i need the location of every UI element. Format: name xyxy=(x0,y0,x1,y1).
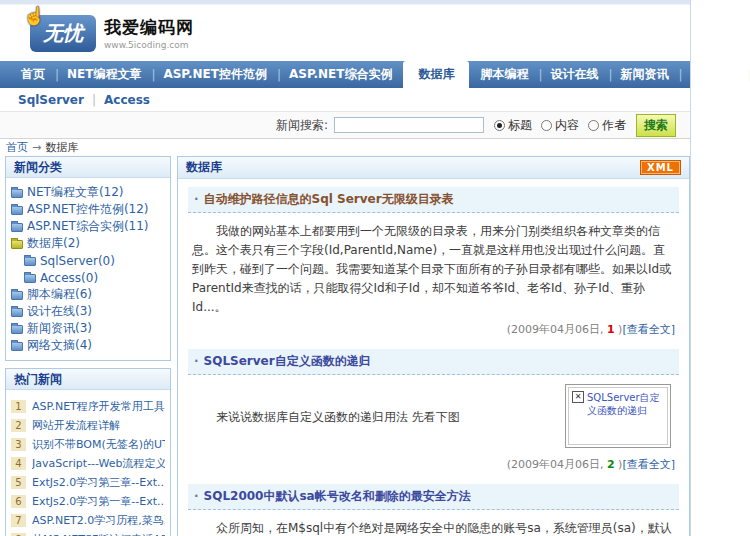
nav-item[interactable]: ASP.NET控件范例 xyxy=(152,61,278,88)
hot-news-label: ASP.NET程序开发常用工具 xyxy=(32,399,165,414)
article-title-link[interactable]: SQLServer自定义函数的递归 xyxy=(188,349,679,375)
article-item: SQL2000中默认sa帐号改名和删除的最安全方法 众所周知，在M$sql中有个… xyxy=(188,484,679,536)
category-label: 设计在线(3) xyxy=(27,303,92,320)
hot-news-panel: 热门新闻 1 ASP.NET程序开发常用工具 2 网站开发流程详解 3 识别不带… xyxy=(5,368,171,536)
nav-item[interactable]: 新闻资讯 xyxy=(609,61,679,88)
rank-badge: 4 xyxy=(11,457,26,470)
content-area: 新闻分类 NET编程文章(12) ASP.NET控件范例(12) ASP.NET… xyxy=(0,156,690,536)
radio-icon[interactable] xyxy=(541,120,552,131)
hot-news-label: ExtJs2.0学习第一章--Ext.... xyxy=(32,494,165,509)
read-more-link[interactable]: [查看全文] xyxy=(622,458,675,471)
article-meta: (2009年04月06日, 2 )[查看全文] xyxy=(188,454,679,478)
nav-item[interactable]: 脚本编程 xyxy=(469,61,539,88)
hot-news-item[interactable]: 8 从MS.NETCF版访问电话API完... xyxy=(11,530,165,536)
rank-badge: 1 xyxy=(11,400,26,413)
search-option-label: 标题 xyxy=(508,117,532,134)
article-thumbnail[interactable]: ✕ SQLServer自定义函数的递归 xyxy=(565,384,671,448)
hot-news-item[interactable]: 1 ASP.NET程序开发常用工具 xyxy=(11,397,165,416)
breadcrumb-current: 数据库 xyxy=(45,140,78,155)
breadcrumb-home-link[interactable]: 首页 xyxy=(6,140,28,155)
category-label: 网络文摘(4) xyxy=(27,337,92,354)
category-item[interactable]: ASP.NET控件范例(12) xyxy=(11,201,165,218)
article-list: 自动维护路径信息的Sql Server无限级目录表 我做的网站基本上都要用到一个… xyxy=(178,179,689,536)
category-item[interactable]: SqlServer(0) xyxy=(24,252,165,269)
category-label: SqlServer(0) xyxy=(40,254,115,268)
radio-icon[interactable] xyxy=(588,120,599,131)
article-date: (2009年04月06日, xyxy=(507,323,607,336)
hot-news-item[interactable]: 4 JavaScript---Web流程定义... xyxy=(11,454,165,473)
article-meta: (2009年04月06日, 1 )[查看全文] xyxy=(188,319,679,343)
site-name: 我爱编码网 xyxy=(104,16,194,39)
subnav-item[interactable]: Access xyxy=(104,93,166,107)
category-label: 新闻资讯(3) xyxy=(27,320,92,337)
category-item[interactable]: 新闻资讯(3) xyxy=(11,320,165,337)
search-options: 标题 内容 作者 xyxy=(494,117,626,134)
article-item: SQLServer自定义函数的递归 ✕ SQLServer自定义函数的递归 来说… xyxy=(188,349,679,478)
category-label: 脚本编程(6) xyxy=(27,286,92,303)
category-item[interactable]: NET编程文章(12) xyxy=(11,184,165,201)
page-container: ☝ 无忧 我爱编码网 www.5icoding.com 首页NET编程文章ASP… xyxy=(0,0,691,536)
article-count: 1 xyxy=(607,323,615,336)
nav-item[interactable]: 网络文摘 xyxy=(679,61,749,88)
search-option[interactable]: 内容 xyxy=(541,117,579,134)
hot-news-list: 1 ASP.NET程序开发常用工具 2 网站开发流程详解 3 识别不带BOM(无… xyxy=(6,390,170,536)
site-logo[interactable]: ☝ 无忧 xyxy=(30,15,96,52)
folder-icon xyxy=(24,274,36,283)
article-body: 我做的网站基本上都要用到一个无限级的目录表，用来分门别类组织各种文章类的信息。这… xyxy=(188,213,679,319)
folder-icon xyxy=(11,325,23,334)
thumbnail-alt-text: SQLServer自定义函数的递归 xyxy=(587,391,664,417)
hot-news-label: JavaScript---Web流程定义... xyxy=(32,456,165,471)
category-item[interactable]: 脚本编程(6) xyxy=(11,286,165,303)
search-label: 新闻搜索: xyxy=(276,117,328,134)
folder-icon xyxy=(11,206,23,215)
folder-icon xyxy=(11,240,23,249)
search-option[interactable]: 作者 xyxy=(588,117,626,134)
hot-news-item[interactable]: 5 ExtJs2.0学习第三章--Ext.... xyxy=(11,473,165,492)
broken-image-placeholder: ✕ SQLServer自定义函数的递归 xyxy=(568,387,668,445)
hot-news-item[interactable]: 6 ExtJs2.0学习第一章--Ext.... xyxy=(11,492,165,511)
category-item[interactable]: 数据库(2) xyxy=(11,235,165,252)
search-input[interactable] xyxy=(334,117,484,133)
article-excerpt: 我做的网站基本上都要用到一个无限级的目录表，用来分门别类组织各种文章类的信息。这… xyxy=(192,222,675,317)
nav-item[interactable]: 首页 xyxy=(10,61,56,88)
search-option[interactable]: 标题 xyxy=(494,117,532,134)
category-item[interactable]: 设计在线(3) xyxy=(11,303,165,320)
search-option-label: 作者 xyxy=(602,117,626,134)
categories-panel: 新闻分类 NET编程文章(12) ASP.NET控件范例(12) ASP.NET… xyxy=(5,156,171,361)
hot-news-item[interactable]: 3 识别不带BOM(无签名)的UTF... xyxy=(11,435,165,454)
nav-item[interactable]: 设计在线 xyxy=(539,61,609,88)
hand-cursor-icon: ☝ xyxy=(23,5,45,26)
article-date: (2009年04月06日, xyxy=(507,458,607,471)
site-url: www.5icoding.com xyxy=(104,40,194,50)
broken-image-icon: ✕ xyxy=(572,391,584,403)
site-name-block: 我爱编码网 www.5icoding.com xyxy=(104,16,194,50)
category-item[interactable]: Access(0) xyxy=(24,269,165,286)
subnav-item[interactable]: SqlServer xyxy=(18,93,104,107)
hot-news-label: ASP.NET2.0学习历程,菜鸟到... xyxy=(32,513,165,528)
xml-feed-button[interactable]: XML xyxy=(640,160,681,175)
nav-item[interactable]: 数据库 xyxy=(403,61,469,88)
category-item[interactable]: ASP.NET综合实例(11) xyxy=(11,218,165,235)
folder-icon xyxy=(24,257,36,266)
main-nav: 首页NET编程文章ASP.NET控件范例ASP.NET综合实例数据库脚本编程设计… xyxy=(0,61,690,88)
article-excerpt: 众所周知，在M$sql中有个绝对是网络安全中的隐患的账号sa，系统管理员(sa)… xyxy=(192,519,675,536)
article-title-link[interactable]: SQL2000中默认sa帐号改名和删除的最安全方法 xyxy=(188,484,679,510)
rank-badge: 2 xyxy=(11,419,26,432)
page-title: 数据库 xyxy=(186,159,222,176)
articles-panel: 数据库 XML 自动维护路径信息的Sql Server无限级目录表 我做的网站基… xyxy=(177,156,690,536)
hot-news-item[interactable]: 7 ASP.NET2.0学习历程,菜鸟到... xyxy=(11,511,165,530)
search-button[interactable]: 搜索 xyxy=(636,114,676,137)
articles-panel-header: 数据库 XML xyxy=(178,157,689,179)
article-count: 2 xyxy=(607,458,615,471)
breadcrumb-arrow-icon: → xyxy=(32,141,41,154)
article-title-link[interactable]: 自动维护路径信息的Sql Server无限级目录表 xyxy=(188,187,679,213)
nav-item[interactable]: NET编程文章 xyxy=(56,61,152,88)
radio-icon[interactable] xyxy=(494,120,505,131)
sub-nav: SqlServerAccess xyxy=(0,88,690,112)
category-item[interactable]: 网络文摘(4) xyxy=(11,337,165,354)
breadcrumb: 首页 → 数据库 xyxy=(0,139,690,156)
nav-item[interactable]: ASP.NET综合实例 xyxy=(278,61,404,88)
article-body: 众所周知，在M$sql中有个绝对是网络安全中的隐患的账号sa，系统管理员(sa)… xyxy=(188,510,679,536)
read-more-link[interactable]: [查看全文] xyxy=(622,323,675,336)
hot-news-item[interactable]: 2 网站开发流程详解 xyxy=(11,416,165,435)
